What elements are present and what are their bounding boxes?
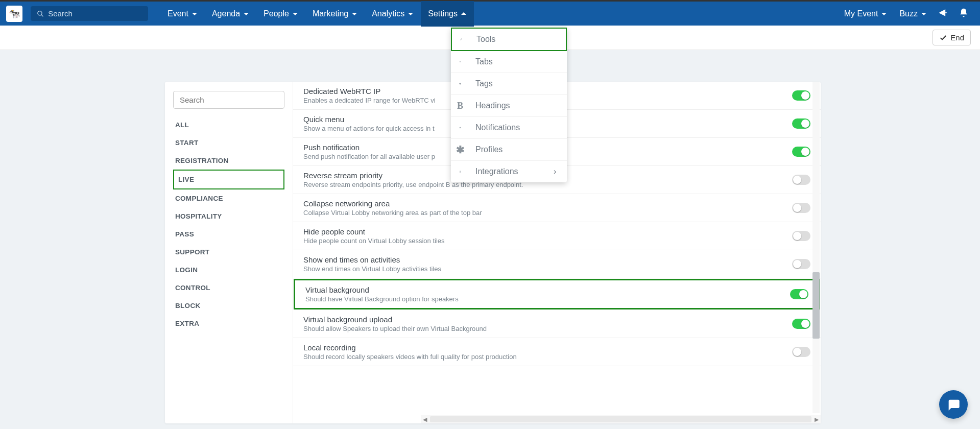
toggle-switch[interactable] [792,118,810,129]
chevron-right-icon: › [554,167,559,176]
tag-icon [459,79,468,88]
global-search-input[interactable] [48,9,142,18]
setting-title: Show end times on activities [303,255,792,264]
vertical-scrollbar-thumb[interactable] [812,272,820,339]
setting-title: Local recording [303,343,792,352]
toggle-switch[interactable] [792,319,810,329]
toggle-switch[interactable] [792,231,810,241]
setting-text: Local recordingShould record locally spe… [303,343,792,361]
sidebar-item-compliance[interactable]: COMPLIANCE [173,189,284,207]
nav-item-agenda[interactable]: Agenda [205,1,256,27]
setting-row-local-recording: Local recordingShould record locally spe… [293,338,821,366]
nav-item-label: My Event [844,9,878,18]
list-icon [459,57,468,66]
toggle-switch[interactable] [792,259,810,269]
nav-item-label: Analytics [372,9,404,18]
dropdown-item-label: Tools [476,35,495,44]
sidebar-item-extra[interactable]: EXTRA [173,315,284,332]
setting-title: Collapse networking area [303,199,792,208]
search-icon [37,10,44,18]
settings-sidebar: ALLSTARTREGISTRATIONLIVECOMPLIANCEHOSPIT… [165,82,293,423]
setting-desc: Should have Virtual Background option fo… [305,295,790,303]
sidebar-item-hospitality[interactable]: HOSPITALITY [173,207,284,225]
nav-item-event[interactable]: Event [160,1,205,27]
nav-item-label: Event [168,9,188,18]
setting-title: Virtual background upload [303,315,792,324]
end-button-label: End [950,33,964,42]
sidebar-item-all[interactable]: ALL [173,116,284,134]
horizontal-scrollbar-track[interactable] [430,416,811,422]
setting-title: Hide people count [303,227,792,236]
nav-item-label: Settings [428,9,458,18]
asterisk-icon: ✱ [459,145,468,154]
nav-right: My EventBuzz [838,1,933,27]
setting-text: Virtual backgroundShould have Virtual Ba… [305,285,790,303]
setting-row-virtual-background-upload: Virtual background uploadShould allow Sp… [293,310,821,338]
sidebar-item-block[interactable]: BLOCK [173,297,284,315]
setting-row-show-end-times-on-activities: Show end times on activitiesShow end tim… [293,250,821,278]
notifications-bell-icon[interactable] [953,8,974,20]
dropdown-item-label: Tags [475,79,493,88]
setting-row-collapse-networking-area: Collapse networking areaCollapse Virtual… [293,194,821,222]
nav-item-label: Agenda [212,9,240,18]
scroll-left-arrow[interactable]: ◀ [421,415,429,423]
sidebar-item-start[interactable]: START [173,134,284,152]
sidebar-item-live[interactable]: LIVE [173,170,284,189]
setting-desc: Should record locally speakers videos wi… [303,353,792,361]
toggle-switch[interactable] [792,175,810,185]
nav-item-label: Buzz [899,9,918,18]
dropdown-item-integrations[interactable]: Integrations› [451,161,567,182]
toggle-switch[interactable] [792,347,810,357]
dropdown-item-label: Tabs [475,57,493,66]
toggle-switch[interactable] [790,289,808,299]
dropdown-item-headings[interactable]: BHeadings [451,95,567,117]
vertical-scrollbar-track[interactable] [812,82,820,413]
global-search[interactable] [31,6,148,21]
dropdown-item-label: Notifications [475,123,520,132]
toggle-switch[interactable] [792,147,810,157]
chat-widget[interactable] [939,390,968,419]
svg-point-0 [38,11,42,15]
toggle-switch[interactable] [792,90,810,101]
top-nav: 🐄 EventAgendaPeopleMarketingAnalyticsSet… [0,0,980,26]
sidebar-item-pass[interactable]: PASS [173,225,284,243]
setting-desc: Collapse Virtual Lobby networking area a… [303,209,792,217]
nav-item-buzz[interactable]: Buzz [893,1,933,27]
end-button[interactable]: End [933,30,971,45]
setting-row-virtual-background: Virtual backgroundShould have Virtual Ba… [294,279,820,309]
dropdown-item-label: Headings [475,101,510,110]
horizontal-scrollbar[interactable]: ◀ ▶ [421,415,821,423]
sidebar-search-input[interactable] [173,91,284,109]
setting-text: Show end times on activitiesShow end tim… [303,255,792,273]
sidebar-item-login[interactable]: LOGIN [173,261,284,279]
dropdown-item-tags[interactable]: Tags [451,73,567,95]
setting-title: Virtual background [305,285,790,294]
nav-item-my-event[interactable]: My Event [838,1,894,27]
dropdown-item-notifications[interactable]: Notifications [451,117,567,139]
sidebar-item-support[interactable]: SUPPORT [173,243,284,261]
sidebar-item-control[interactable]: CONTROL [173,279,284,297]
dropdown-item-label: Integrations [475,167,518,176]
scroll-right-arrow[interactable]: ▶ [812,415,821,423]
setting-text: Virtual background uploadShould allow Sp… [303,315,792,332]
main-nav-items: EventAgendaPeopleMarketingAnalyticsSetti… [160,1,474,27]
toggle-switch[interactable] [792,203,810,213]
check-icon [939,34,947,42]
setting-desc: Should allow Speakers to upload their ow… [303,325,792,332]
announcements-icon[interactable] [933,8,953,20]
nav-item-settings[interactable]: Settings [421,1,474,27]
nav-item-marketing[interactable]: Marketing [305,1,365,27]
app-logo[interactable]: 🐄 [6,6,22,22]
setting-desc: Show end times on Virtual Lobby activiti… [303,265,792,273]
flask-icon [459,167,468,176]
dropdown-item-profiles[interactable]: ✱Profiles [451,139,567,161]
nav-item-people[interactable]: People [256,1,305,27]
wrench-icon [460,35,469,44]
settings-dropdown: ToolsTabsTagsBHeadingsNotifications✱Prof… [451,28,567,182]
sidebar-item-registration[interactable]: REGISTRATION [173,152,284,170]
svg-line-1 [41,14,43,16]
nav-item-analytics[interactable]: Analytics [365,1,421,27]
nav-item-label: People [264,9,289,18]
dropdown-item-tools[interactable]: Tools [451,28,567,51]
dropdown-item-tabs[interactable]: Tabs [451,51,567,73]
